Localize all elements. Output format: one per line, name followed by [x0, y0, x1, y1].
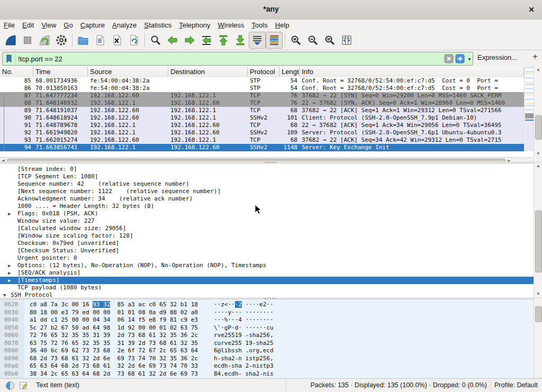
expand-arrow-icon[interactable]: ▶	[8, 277, 11, 284]
ascii-bytes[interactable]: ··z<···2 ····e2··	[214, 301, 274, 309]
hex-bytes[interactable]: 36 40 6c 69 62 73 73 68 2e 6f 72 67 2c 6…	[30, 347, 198, 355]
menu-statistics[interactable]: Statistics	[140, 21, 175, 30]
hex-bytes[interactable]: 80 18 00 e3 79 ed 00 00 01 01 08 0a d9 8…	[30, 309, 198, 317]
menu-view[interactable]: View	[38, 21, 60, 30]
start-capture-icon[interactable]	[2, 32, 19, 49]
hex-row-00b0[interactable]: 00b038 34 2c 65 63 64 68 2d 73 68 61 32 …	[0, 370, 534, 378]
detail-line[interactable]: ▶Options: (12 bytes), No-Operation (NOP)…	[0, 262, 534, 269]
ascii-bytes[interactable]: rve25519 -sha256,	[214, 332, 274, 340]
menu-file[interactable]: File	[0, 21, 19, 30]
detail-line[interactable]: Urgent pointer: 0	[0, 254, 534, 262]
close-icon[interactable]: ✕	[526, 4, 537, 15]
capture-comment-icon[interactable]	[19, 381, 28, 392]
packet-list-minimap-scrollbar[interactable]	[524, 67, 534, 151]
close-file-icon[interactable]	[109, 32, 125, 49]
packet-row-90[interactable]: 9071.648618924192.168.122.60192.168.122.…	[0, 114, 524, 122]
expression-button[interactable]: Expression...	[477, 53, 517, 61]
find-packet-icon[interactable]	[147, 32, 164, 49]
display-filter-box[interactable]: ▾	[2, 52, 473, 66]
column-header-time[interactable]: Time	[33, 67, 88, 77]
hex-bytes[interactable]: 68 2d 73 68 61 32 2d 6e 69 73 74 70 32 3…	[30, 355, 198, 363]
stop-capture-icon[interactable]	[19, 32, 36, 49]
detail-line[interactable]: [Stream index: 0]	[0, 166, 534, 173]
column-header-length[interactable]: Length	[279, 67, 300, 77]
apply-filter-icon[interactable]	[455, 54, 465, 63]
detail-line[interactable]: ▶[SEQ/ACK analysis]	[0, 269, 534, 277]
packet-row-85[interactable]: 8568.001734936fe:54:00:d4:38:2aSTP54Conf…	[0, 77, 524, 85]
menu-help[interactable]: Help	[272, 21, 293, 30]
go-forward-icon[interactable]	[181, 32, 198, 49]
detail-line[interactable]: [Next sequence number: 1122 (relative se…	[0, 188, 534, 195]
hex-row-0070[interactable]: 007063 75 72 76 65 32 35 35 31 39 2d 73 …	[0, 340, 534, 348]
packet-row-88[interactable]: 8871.648146932192.168.122.1192.168.122.6…	[0, 99, 524, 107]
hex-row-0030[interactable]: 003080 18 00 e3 79 ed 00 00 01 01 08 0a …	[0, 309, 534, 317]
open-file-icon[interactable]	[75, 32, 92, 49]
hex-bytes[interactable]: 65 63 64 68 2d 73 68 61 32 2d 6e 69 73 7…	[30, 362, 198, 370]
hex-bytes[interactable]: 63 75 72 76 65 32 35 35 31 39 2d 73 68 6…	[30, 340, 198, 348]
menu-capture[interactable]: Capture	[77, 21, 109, 30]
display-filter-input[interactable]	[16, 55, 444, 63]
zoom-in-icon[interactable]	[287, 32, 304, 49]
hex-row-00a0[interactable]: 00a065 63 64 68 2d 73 68 61 32 2d 6e 69 …	[0, 362, 534, 370]
profile-button[interactable]: Profile: Default	[494, 381, 538, 389]
detail-line[interactable]: ▶Flags: 0x018 (PSH, ACK)	[0, 210, 534, 217]
hex-bytes[interactable]: a1 dd c1 25 00 00 04 34 06 14 f5 e8 f9 8…	[30, 316, 198, 324]
packet-list-vscrollbar[interactable]: ▲ ▼	[534, 67, 542, 157]
ascii-bytes[interactable]: h-sha2-n istp256,	[214, 355, 274, 363]
detail-line[interactable]: [Window size scaling factor: 128]	[0, 232, 534, 240]
go-to-packet-icon[interactable]	[198, 32, 215, 49]
hex-bytes[interactable]: c0 a8 7a 3c 00 16 93 32 85 a3 ac c0 65 3…	[30, 301, 198, 309]
hex-row-0040[interactable]: 0040a1 dd c1 25 00 00 04 34 06 14 f5 e8 …	[0, 316, 534, 324]
detail-line[interactable]: [TCP Segment Len: 1080]	[0, 173, 534, 180]
ascii-bytes[interactable]: ····y··· ········	[214, 309, 274, 317]
detail-line[interactable]: Window size value: 227	[0, 217, 534, 225]
column-header-destination[interactable]: Destination	[168, 67, 248, 77]
menu-wireless[interactable]: Wireless	[214, 21, 248, 30]
bytes-vscrollbar[interactable]	[534, 299, 542, 378]
detail-line[interactable]: Checksum: 0x79ed [unverified]	[0, 240, 534, 247]
packet-row-89[interactable]: 8971.648191037192.168.122.60192.168.122.…	[0, 107, 524, 114]
scroll-up-icon[interactable]: ▲	[534, 67, 542, 73]
hex-bytes[interactable]: 72 76 65 32 35 35 31 39 2d 73 68 61 32 3…	[30, 332, 198, 340]
restart-capture-icon[interactable]	[36, 32, 53, 49]
menu-go[interactable]: Go	[60, 21, 76, 30]
details-vscroll-thumb[interactable]	[535, 211, 542, 272]
packet-row-91[interactable]: 9171.648789678192.168.122.1192.168.122.6…	[0, 122, 524, 129]
detail-line[interactable]: 1000 .... = Header Length: 32 bytes (8)	[0, 203, 534, 210]
ascii-bytes[interactable]: ···%···4 ········	[214, 316, 274, 324]
scroll-down-icon[interactable]: ▼	[534, 151, 542, 157]
ascii-bytes[interactable]: curve255 19-sha25	[214, 340, 274, 348]
expert-info-icon[interactable]	[5, 381, 15, 392]
menu-telephony[interactable]: Telephony	[175, 21, 214, 30]
hex-row-0050[interactable]: 00505c 27 b2 67 50 ad 64 98 1d 92 00 00 …	[0, 324, 534, 332]
column-header-protocol[interactable]: Protocol	[248, 67, 279, 77]
hex-row-0090[interactable]: 009068 2d 73 68 61 32 2d 6e 69 73 74 70 …	[0, 355, 534, 363]
go-first-icon[interactable]	[215, 32, 232, 49]
menu-analyze[interactable]: Analyze	[109, 21, 140, 30]
ascii-bytes[interactable]: \'·gP·d· ······cu	[214, 324, 274, 332]
packet-row-92[interactable]: 9271.661949820192.168.122.1192.168.122.6…	[0, 129, 524, 136]
zoom-reset-icon[interactable]	[321, 32, 338, 49]
bytes-vscroll-thumb[interactable]	[535, 306, 542, 322]
zoom-out-icon[interactable]	[304, 32, 321, 49]
packet-row-87[interactable]: 8771.647777234192.168.122.60192.168.122.…	[0, 92, 524, 99]
clear-filter-icon[interactable]	[444, 54, 454, 63]
menu-edit[interactable]: Edit	[19, 21, 38, 30]
resize-columns-icon[interactable]	[338, 32, 355, 49]
packet-row-86[interactable]: 8670.013850163fe:54:00:d4:38:2aSTP54Conf…	[0, 85, 524, 92]
hex-row-0020[interactable]: 0020c0 a8 7a 3c 00 16 93 32 85 a3 ac c0 …	[0, 301, 534, 309]
ascii-bytes[interactable]: ecdh-sha 2-nistp3	[214, 362, 274, 370]
detail-line[interactable]: [Checksum Status: Unverified]	[0, 247, 534, 254]
go-last-icon[interactable]	[232, 32, 249, 49]
hex-row-0080[interactable]: 008036 40 6c 69 62 73 73 68 2e 6f 72 67 …	[0, 347, 534, 355]
packet-list-vscroll-thumb[interactable]	[535, 115, 542, 140]
detail-line[interactable]: ▶[Timestamps]	[0, 277, 534, 284]
column-header-no[interactable]: No.	[0, 67, 33, 77]
expand-arrow-icon[interactable]: ▶	[8, 210, 11, 217]
scroll-down-icon[interactable]: ▼	[534, 291, 542, 297]
bookmark-icon[interactable]	[3, 53, 16, 65]
colorize-icon[interactable]	[266, 32, 283, 49]
hex-bytes[interactable]: 5c 27 b2 67 50 ad 64 98 1d 92 00 00 01 0…	[30, 324, 198, 332]
reload-file-icon[interactable]	[125, 32, 142, 49]
packet-row-94[interactable]: 9471.663856741192.168.122.1192.168.122.6…	[0, 144, 524, 151]
